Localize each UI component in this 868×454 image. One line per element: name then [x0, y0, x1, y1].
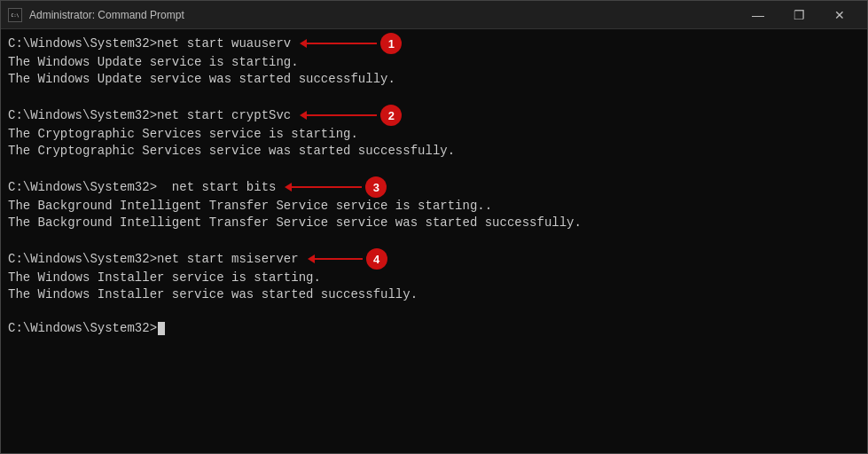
- output-text-2b: The Cryptographic Services service was s…: [8, 143, 455, 160]
- badge-1: 1: [380, 33, 402, 54]
- output-line-2b: The Cryptographic Services service was s…: [8, 143, 860, 160]
- minimize-button[interactable]: —: [738, 1, 778, 29]
- arrow-line-2: [306, 114, 377, 116]
- output-text-3b: The Background Intelligent Transfer Serv…: [8, 215, 582, 231]
- command-text-4: C:\Windows\System32>net start msiserver: [8, 251, 299, 268]
- output-text-1a: The Windows Update service is starting.: [8, 54, 299, 71]
- final-prompt-line: C:\Windows\System32>: [8, 320, 860, 337]
- command-line-1: C:\Windows\System32>net start wuauserv 1: [8, 33, 860, 54]
- annotation-arrow-2: [300, 111, 377, 120]
- window-icon: [8, 8, 22, 22]
- window-title: Administrator: Command Prompt: [29, 9, 731, 21]
- cursor-blink: [158, 322, 165, 335]
- empty-line-1: [8, 88, 860, 105]
- output-text-4a: The Windows Installer service is startin…: [8, 270, 321, 286]
- output-line-4b: The Windows Installer service was starte…: [8, 286, 860, 303]
- output-line-1b: The Windows Update service was started s…: [8, 71, 860, 88]
- empty-line-2: [8, 160, 860, 176]
- window-controls: — ❐ ✕: [738, 1, 860, 29]
- annotation-arrow-1: [300, 39, 377, 48]
- annotation-arrow-3: [285, 183, 362, 192]
- arrow-line-4: [314, 258, 363, 260]
- output-text-2a: The Cryptographic Services service is st…: [8, 126, 358, 143]
- command-text-3: C:\Windows\System32> net start bits: [8, 179, 276, 196]
- command-line-4: C:\Windows\System32>net start msiserver …: [8, 248, 860, 270]
- annotation-arrow-4: [308, 254, 363, 263]
- badge-3: 3: [365, 176, 387, 198]
- terminal-body[interactable]: C:\Windows\System32>net start wuauserv 1…: [1, 29, 867, 453]
- output-line-3b: The Background Intelligent Transfer Serv…: [8, 215, 860, 231]
- arrow-line-3: [291, 186, 362, 188]
- command-line-3: C:\Windows\System32> net start bits 3: [8, 176, 860, 198]
- close-button[interactable]: ✕: [819, 1, 860, 29]
- command-text-2: C:\Windows\System32>net start cryptSvc: [8, 107, 291, 124]
- empty-line-4: [8, 303, 860, 320]
- final-prompt-text: C:\Windows\System32>: [8, 320, 157, 337]
- cmd-window: Administrator: Command Prompt — ❐ ✕ C:\W…: [0, 0, 868, 454]
- output-text-1b: The Windows Update service was started s…: [8, 71, 395, 88]
- output-line-3a: The Background Intelligent Transfer Serv…: [8, 198, 860, 215]
- arrow-line-1: [306, 43, 377, 44]
- command-text-1: C:\Windows\System32>net start wuauserv: [8, 35, 291, 52]
- badge-4: 4: [366, 248, 387, 270]
- output-line-1a: The Windows Update service is starting.: [8, 54, 860, 71]
- empty-line-3: [8, 231, 860, 248]
- output-line-2a: The Cryptographic Services service is st…: [8, 126, 860, 143]
- output-text-3a: The Background Intelligent Transfer Serv…: [8, 198, 492, 215]
- badge-2: 2: [380, 105, 402, 126]
- command-line-2: C:\Windows\System32>net start cryptSvc 2: [8, 105, 860, 126]
- output-line-4a: The Windows Installer service is startin…: [8, 270, 860, 286]
- maximize-button[interactable]: ❐: [778, 1, 819, 29]
- title-bar: Administrator: Command Prompt — ❐ ✕: [1, 1, 867, 29]
- output-text-4b: The Windows Installer service was starte…: [8, 286, 418, 303]
